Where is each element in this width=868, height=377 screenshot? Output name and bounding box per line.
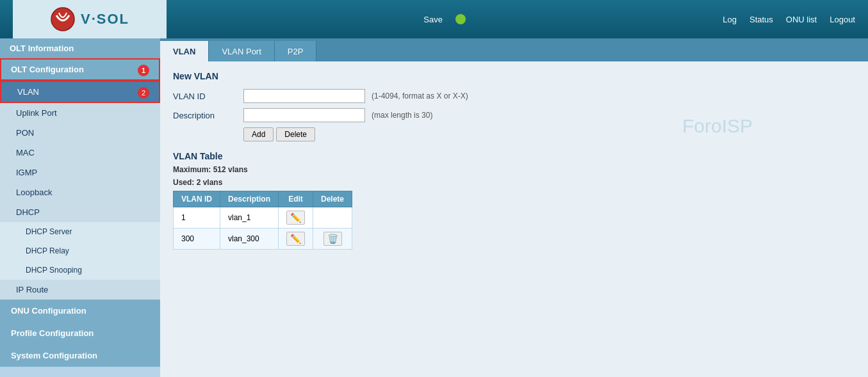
sidebar-item-onu-configuration[interactable]: ONU Configuration <box>0 300 160 322</box>
table-row-edit-0: ✏️ <box>279 207 313 229</box>
col-delete: Delete <box>313 191 352 207</box>
sidebar-item-olt-information[interactable]: OLT Information <box>0 38 160 58</box>
sidebar-item-dhcp-server[interactable]: DHCP Server <box>0 222 160 241</box>
table-row-description-1: vlan_300 <box>220 229 279 250</box>
vlan-table-title: VLAN Table <box>173 151 855 161</box>
table-row-vlan-id-1: 300 <box>174 229 220 250</box>
tab-bar: VLAN VLAN Port P2P <box>160 38 868 61</box>
form-area: New VLAN VLAN ID (1-4094, format as X or… <box>160 61 868 259</box>
vlan-id-label: VLAN ID <box>173 92 237 101</box>
sidebar-item-loopback[interactable]: Loopback <box>0 182 160 202</box>
vlan-used-stat: Used: 2 vlans <box>173 178 855 187</box>
tab-vlan[interactable]: VLAN <box>160 41 209 61</box>
sidebar-item-dhcp[interactable]: DHCP <box>0 202 160 222</box>
content-area: VLAN VLAN Port P2P New VLAN VLAN ID (1-4… <box>160 38 868 377</box>
onu-list-link[interactable]: ONU list <box>786 15 817 24</box>
new-vlan-title: New VLAN <box>173 71 855 81</box>
status-indicator <box>455 14 466 24</box>
sidebar-item-olt-configuration[interactable]: OLT Configuration 1 <box>0 58 160 81</box>
sidebar-item-uplink-port[interactable]: Uplink Port <box>0 103 160 123</box>
logo-area: V·SOL <box>13 0 167 38</box>
description-row: Description (max length is 30) <box>173 108 855 122</box>
col-description: Description <box>220 191 279 207</box>
sidebar-item-system-configuration[interactable]: System Configuration <box>0 344 160 367</box>
vlan-badge: 2 <box>138 87 149 99</box>
sidebar-item-pon[interactable]: PON <box>0 123 160 143</box>
sidebar-item-vlan[interactable]: VLAN 2 <box>0 81 160 103</box>
add-button[interactable]: Add <box>243 127 274 141</box>
log-link[interactable]: Log <box>723 15 737 24</box>
tab-vlan-port[interactable]: VLAN Port <box>209 41 274 61</box>
sidebar: OLT Information OLT Configuration 1 VLAN… <box>0 38 160 377</box>
sidebar-item-dhcp-relay[interactable]: DHCP Relay <box>0 241 160 261</box>
vlan-id-hint: (1-4094, format as X or X-X) <box>372 92 468 100</box>
main-layout: OLT Information OLT Configuration 1 VLAN… <box>0 38 868 377</box>
sidebar-item-igmp[interactable]: IGMP <box>0 163 160 182</box>
edit-button-0[interactable]: ✏️ <box>286 211 305 225</box>
svg-point-0 <box>51 8 74 31</box>
logout-link[interactable]: Logout <box>830 15 855 24</box>
vlan-id-row: VLAN ID (1-4094, format as X or X-X) <box>173 89 855 103</box>
sidebar-item-ip-route[interactable]: IP Route <box>0 280 160 300</box>
delete-button[interactable]: Delete <box>276 127 315 141</box>
col-vlan-id: VLAN ID <box>174 191 220 207</box>
table-row-edit-1: ✏️ <box>279 229 313 250</box>
status-link[interactable]: Status <box>749 15 773 24</box>
logo-text: V·SOL <box>81 11 129 28</box>
vsol-logo-icon <box>50 6 76 32</box>
description-input[interactable] <box>243 108 365 122</box>
header: V·SOL Save Log Status ONU list Logout <box>0 0 868 38</box>
table-row-vlan-id-0: 1 <box>174 207 220 229</box>
sidebar-item-profile-configuration[interactable]: Profile Configuration <box>0 322 160 344</box>
save-button[interactable]: Save <box>423 15 443 24</box>
table-row-description-0: vlan_1 <box>220 207 279 229</box>
vlan-id-input[interactable] <box>243 89 365 103</box>
edit-button-1[interactable]: ✏️ <box>286 232 305 246</box>
col-edit: Edit <box>279 191 313 207</box>
vlan-max-stat: Maximum: 512 vlans <box>173 165 855 174</box>
delete-row-button-1[interactable]: 🗑️ <box>323 232 342 246</box>
table-row-delete-0 <box>313 207 352 229</box>
sidebar-item-dhcp-snooping[interactable]: DHCP Snooping <box>0 261 160 280</box>
header-center: Save <box>423 14 466 24</box>
tab-p2p[interactable]: P2P <box>275 41 317 61</box>
olt-config-badge: 1 <box>138 65 149 76</box>
action-buttons: Add Delete <box>243 127 855 141</box>
sidebar-item-mac[interactable]: MAC <box>0 143 160 163</box>
description-label: Description <box>173 111 237 120</box>
vlan-table: VLAN ID Description Edit Delete 1vlan_1✏… <box>173 191 352 250</box>
table-row-delete-1: 🗑️ <box>313 229 352 250</box>
header-right: Log Status ONU list Logout <box>723 15 855 24</box>
description-hint: (max length is 30) <box>372 111 432 120</box>
